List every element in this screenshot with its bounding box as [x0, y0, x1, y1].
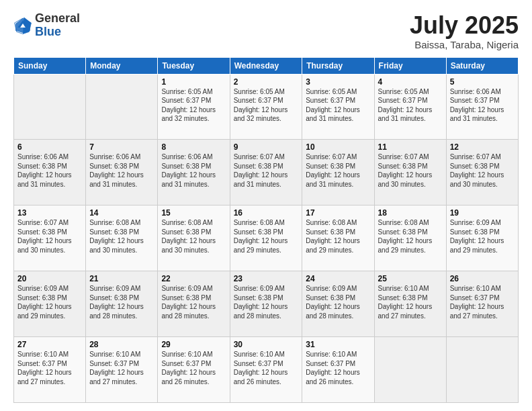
day-info: Sunrise: 6:09 AM Sunset: 6:38 PM Dayligh… — [306, 284, 370, 320]
day-info: Sunrise: 6:10 AM Sunset: 6:37 PM Dayligh… — [306, 350, 370, 386]
day-number: 21 — [89, 274, 154, 283]
day-info: Sunrise: 6:07 AM Sunset: 6:38 PM Dayligh… — [378, 152, 443, 189]
day-number: 16 — [234, 208, 299, 218]
calendar-cell: 23Sunrise: 6:09 AM Sunset: 6:38 PM Dayli… — [230, 271, 302, 337]
calendar-cell: 31Sunrise: 6:10 AM Sunset: 6:37 PM Dayli… — [302, 337, 374, 403]
day-info: Sunrise: 6:07 AM Sunset: 6:38 PM Dayligh… — [306, 152, 370, 189]
calendar-cell: 16Sunrise: 6:08 AM Sunset: 6:38 PM Dayli… — [230, 205, 302, 271]
calendar-cell: 26Sunrise: 6:10 AM Sunset: 6:37 PM Dayli… — [446, 271, 518, 337]
day-info: Sunrise: 6:09 AM Sunset: 6:38 PM Dayligh… — [89, 284, 154, 320]
calendar-cell: 30Sunrise: 6:10 AM Sunset: 6:37 PM Dayli… — [230, 337, 302, 403]
calendar-cell: 25Sunrise: 6:10 AM Sunset: 6:38 PM Dayli… — [374, 271, 446, 337]
day-number: 6 — [17, 142, 82, 152]
weekday-header-saturday: Saturday — [446, 57, 518, 74]
day-info: Sunrise: 6:06 AM Sunset: 6:38 PM Dayligh… — [161, 152, 226, 189]
weekday-header-row: SundayMondayTuesdayWednesdayThursdayFrid… — [14, 57, 519, 74]
calendar-cell: 20Sunrise: 6:09 AM Sunset: 6:38 PM Dayli… — [14, 271, 86, 337]
day-info: Sunrise: 6:10 AM Sunset: 6:37 PM Dayligh… — [89, 350, 154, 386]
logo-general-text: General — [35, 11, 80, 25]
calendar-cell: 7Sunrise: 6:06 AM Sunset: 6:38 PM Daylig… — [86, 140, 158, 205]
day-number: 8 — [161, 142, 226, 152]
day-info: Sunrise: 6:07 AM Sunset: 6:38 PM Dayligh… — [450, 152, 515, 189]
title-block: July 2025 Baissa, Taraba, Nigeria — [410, 12, 519, 50]
day-info: Sunrise: 6:10 AM Sunset: 6:37 PM Dayligh… — [234, 350, 299, 386]
calendar-cell: 27Sunrise: 6:10 AM Sunset: 6:37 PM Dayli… — [14, 337, 86, 403]
day-number: 18 — [378, 208, 443, 218]
calendar-week-4: 20Sunrise: 6:09 AM Sunset: 6:38 PM Dayli… — [14, 271, 519, 337]
day-number: 9 — [234, 142, 299, 152]
day-info: Sunrise: 6:06 AM Sunset: 6:38 PM Dayligh… — [17, 152, 82, 189]
day-number: 15 — [161, 208, 226, 218]
day-info: Sunrise: 6:05 AM Sunset: 6:37 PM Dayligh… — [306, 87, 370, 124]
day-number: 25 — [378, 274, 443, 283]
day-info: Sunrise: 6:06 AM Sunset: 6:37 PM Dayligh… — [450, 87, 515, 124]
day-info: Sunrise: 6:10 AM Sunset: 6:37 PM Dayligh… — [450, 284, 515, 320]
calendar-cell: 22Sunrise: 6:09 AM Sunset: 6:38 PM Dayli… — [158, 271, 230, 337]
day-number: 14 — [89, 208, 154, 218]
day-number: 19 — [450, 208, 515, 218]
calendar-cell — [86, 74, 158, 140]
day-info: Sunrise: 6:10 AM Sunset: 6:37 PM Dayligh… — [17, 350, 82, 386]
day-number: 29 — [161, 340, 226, 349]
day-number: 31 — [306, 340, 370, 349]
logo-blue-text: Blue — [35, 25, 61, 38]
day-info: Sunrise: 6:06 AM Sunset: 6:38 PM Dayligh… — [89, 152, 154, 189]
calendar-cell — [14, 74, 86, 140]
weekday-header-wednesday: Wednesday — [230, 57, 302, 74]
calendar-week-3: 13Sunrise: 6:07 AM Sunset: 6:38 PM Dayli… — [14, 205, 519, 271]
day-number: 10 — [306, 142, 370, 152]
day-info: Sunrise: 6:08 AM Sunset: 6:38 PM Dayligh… — [234, 218, 299, 255]
calendar-cell: 24Sunrise: 6:09 AM Sunset: 6:38 PM Dayli… — [302, 271, 374, 337]
day-info: Sunrise: 6:08 AM Sunset: 6:38 PM Dayligh… — [161, 218, 226, 255]
calendar-cell: 18Sunrise: 6:08 AM Sunset: 6:38 PM Dayli… — [374, 205, 446, 271]
weekday-header-monday: Monday — [86, 57, 158, 74]
day-info: Sunrise: 6:07 AM Sunset: 6:38 PM Dayligh… — [17, 218, 82, 255]
calendar-cell — [446, 337, 518, 403]
day-number: 30 — [234, 340, 299, 349]
calendar-cell — [374, 337, 446, 403]
day-number: 11 — [378, 142, 443, 152]
weekday-header-tuesday: Tuesday — [158, 57, 230, 74]
calendar-cell: 17Sunrise: 6:08 AM Sunset: 6:38 PM Dayli… — [302, 205, 374, 271]
calendar-week-2: 6Sunrise: 6:06 AM Sunset: 6:38 PM Daylig… — [14, 140, 519, 205]
day-number: 7 — [89, 142, 154, 152]
day-number: 5 — [450, 77, 515, 87]
calendar-cell: 3Sunrise: 6:05 AM Sunset: 6:37 PM Daylig… — [302, 74, 374, 140]
calendar-cell: 9Sunrise: 6:07 AM Sunset: 6:38 PM Daylig… — [230, 140, 302, 205]
logo-icon — [13, 16, 32, 35]
logo: General Blue — [13, 12, 80, 39]
calendar-week-1: 1Sunrise: 6:05 AM Sunset: 6:37 PM Daylig… — [14, 74, 519, 140]
day-number: 23 — [234, 274, 299, 283]
day-number: 22 — [161, 274, 226, 283]
calendar-table: SundayMondayTuesdayWednesdayThursdayFrid… — [13, 57, 519, 403]
page: General Blue July 2025 Baissa, Taraba, N… — [0, 0, 532, 411]
day-number: 17 — [306, 208, 370, 218]
calendar-cell: 12Sunrise: 6:07 AM Sunset: 6:38 PM Dayli… — [446, 140, 518, 205]
weekday-header-thursday: Thursday — [302, 57, 374, 74]
day-number: 2 — [234, 77, 299, 87]
header: General Blue July 2025 Baissa, Taraba, N… — [13, 12, 519, 50]
day-info: Sunrise: 6:09 AM Sunset: 6:38 PM Dayligh… — [450, 218, 515, 255]
day-info: Sunrise: 6:08 AM Sunset: 6:38 PM Dayligh… — [306, 218, 370, 255]
day-number: 20 — [17, 274, 82, 283]
calendar-cell: 4Sunrise: 6:05 AM Sunset: 6:37 PM Daylig… — [374, 74, 446, 140]
day-number: 13 — [17, 208, 82, 218]
day-number: 12 — [450, 142, 515, 152]
day-number: 3 — [306, 77, 370, 87]
day-info: Sunrise: 6:09 AM Sunset: 6:38 PM Dayligh… — [161, 284, 226, 320]
calendar-cell: 11Sunrise: 6:07 AM Sunset: 6:38 PM Dayli… — [374, 140, 446, 205]
subtitle: Baissa, Taraba, Nigeria — [410, 39, 519, 50]
calendar-cell: 28Sunrise: 6:10 AM Sunset: 6:37 PM Dayli… — [86, 337, 158, 403]
weekday-header-friday: Friday — [374, 57, 446, 74]
day-info: Sunrise: 6:08 AM Sunset: 6:38 PM Dayligh… — [89, 218, 154, 255]
main-title: July 2025 — [410, 12, 519, 39]
calendar-cell: 1Sunrise: 6:05 AM Sunset: 6:37 PM Daylig… — [158, 74, 230, 140]
day-info: Sunrise: 6:10 AM Sunset: 6:38 PM Dayligh… — [378, 284, 443, 320]
calendar-cell: 5Sunrise: 6:06 AM Sunset: 6:37 PM Daylig… — [446, 74, 518, 140]
calendar-cell: 14Sunrise: 6:08 AM Sunset: 6:38 PM Dayli… — [86, 205, 158, 271]
calendar-cell: 29Sunrise: 6:10 AM Sunset: 6:37 PM Dayli… — [158, 337, 230, 403]
day-info: Sunrise: 6:09 AM Sunset: 6:38 PM Dayligh… — [17, 284, 82, 320]
calendar-cell: 13Sunrise: 6:07 AM Sunset: 6:38 PM Dayli… — [14, 205, 86, 271]
calendar-cell: 8Sunrise: 6:06 AM Sunset: 6:38 PM Daylig… — [158, 140, 230, 205]
calendar-cell: 21Sunrise: 6:09 AM Sunset: 6:38 PM Dayli… — [86, 271, 158, 337]
